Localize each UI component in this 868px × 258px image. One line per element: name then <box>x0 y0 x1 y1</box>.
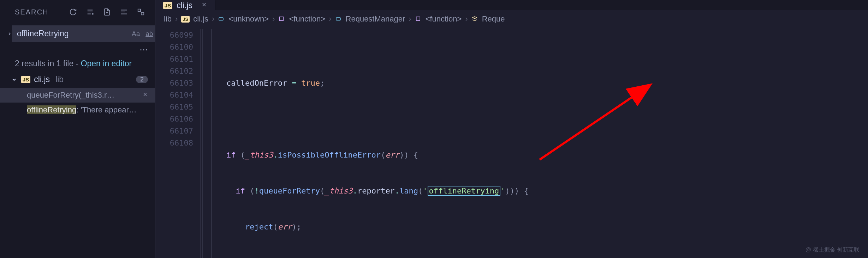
search-result-item[interactable]: offlineRetrying: 'There appear… <box>0 103 155 117</box>
chevron-right-icon: › <box>175 14 178 24</box>
code-token: calledOnError <box>226 79 287 87</box>
code-token: reporter <box>357 186 395 195</box>
dismiss-result-icon[interactable] <box>142 92 148 99</box>
match-word-button[interactable]: ab <box>143 29 156 39</box>
bc-item[interactable]: <function> <box>289 14 325 24</box>
tab-bar: JS cli.js <box>155 0 868 10</box>
code-token: )) { <box>399 150 418 159</box>
bc-item[interactable]: lib <box>164 14 172 24</box>
result-count-badge: 2 <box>136 76 148 83</box>
chevron-right-icon: › <box>329 14 331 24</box>
editor-area: JS cli.js lib › JS cli.js › <unknown> › … <box>155 0 868 258</box>
symbol-icon <box>218 16 225 23</box>
chevron-right-icon: › <box>409 14 411 24</box>
match-case-button[interactable]: Aa <box>129 29 143 39</box>
line-number: 66102 <box>155 65 193 77</box>
chevron-right-icon: › <box>465 14 468 24</box>
code-token: . <box>273 150 278 159</box>
code-token: ' <box>423 186 427 195</box>
tab-cli-js[interactable]: JS cli.js <box>155 0 215 10</box>
line-number: 66108 <box>155 137 193 149</box>
svg-rect-2 <box>219 18 223 20</box>
line-number: 66101 <box>155 53 193 65</box>
code-token: ; <box>320 79 325 87</box>
js-icon: JS <box>163 2 172 9</box>
bc-item[interactable]: Reque <box>482 14 505 24</box>
code-content[interactable]: calledOnError = true; if (_this3.isPossi… <box>201 29 529 258</box>
close-tab-icon[interactable] <box>201 1 207 10</box>
svg-rect-1 <box>141 12 144 15</box>
line-number: 66104 <box>155 89 193 101</box>
code-token: ( <box>273 222 278 231</box>
indent-guide <box>202 29 203 258</box>
line-number: 66106 <box>155 113 193 125</box>
code-token: . <box>395 186 399 195</box>
line-gutter: 6609966100661016610266103661046610566106… <box>155 29 201 258</box>
clear-icon[interactable] <box>84 6 96 18</box>
code-token: ( <box>418 186 423 195</box>
tab-label: cli.js <box>177 1 192 10</box>
view-tree-icon[interactable] <box>118 6 130 18</box>
breadcrumb[interactable]: lib › JS cli.js › <unknown> › <function>… <box>155 10 868 28</box>
expand-search-icon[interactable] <box>7 31 12 36</box>
svg-line-7 <box>540 86 649 160</box>
svg-rect-0 <box>138 9 141 12</box>
svg-rect-4 <box>336 18 340 20</box>
watermark: @ 稀土掘金 创新互联 <box>805 246 860 254</box>
svg-rect-5 <box>416 17 420 21</box>
more-options[interactable]: ⋯ <box>0 43 155 56</box>
results-summary: 2 results in 1 file - Open in editor <box>0 56 155 71</box>
file-name: cli.js <box>34 75 50 84</box>
search-input[interactable] <box>12 25 126 42</box>
code-token: ( <box>250 186 254 195</box>
collapse-icon[interactable] <box>135 6 147 18</box>
code-editor[interactable]: 6609966100661016610266103661046610566106… <box>155 28 868 258</box>
code-token: reject <box>245 222 273 231</box>
refresh-icon[interactable] <box>67 6 79 18</box>
bc-item[interactable]: cli.js <box>193 14 208 24</box>
search-row: Aa ab .* <box>0 23 155 43</box>
code-token: err <box>385 150 399 159</box>
chevron-right-icon: › <box>272 14 275 24</box>
bc-item[interactable]: <unknown> <box>228 14 269 24</box>
code-token: ( <box>320 186 325 195</box>
symbol-icon <box>335 16 342 23</box>
code-token: if <box>236 186 245 195</box>
code-token: true <box>301 79 320 87</box>
open-in-editor-link[interactable]: Open in editor <box>81 59 132 68</box>
result-text: queueForRetry(_this3.r… <box>27 91 114 100</box>
line-number: 66100 <box>155 41 193 53</box>
method-icon <box>471 16 478 23</box>
file-path: lib <box>55 75 64 84</box>
line-number: 66099 <box>155 29 193 41</box>
code-token: ); <box>292 222 301 231</box>
chevron-right-icon: › <box>212 14 214 24</box>
code-token: = <box>292 79 296 87</box>
function-icon <box>278 16 285 23</box>
code-token: ! <box>254 186 259 195</box>
line-number: 66105 <box>155 101 193 113</box>
new-file-icon[interactable] <box>101 6 113 18</box>
result-file-row[interactable]: JS cli.js lib 2 <box>0 71 155 88</box>
js-icon: JS <box>21 76 30 83</box>
search-result-item[interactable]: queueForRetry(_this3.r… <box>0 88 155 103</box>
code-token: ))) { <box>505 186 529 195</box>
code-token: if <box>226 150 236 159</box>
indent-guide <box>211 29 212 258</box>
line-number: 66107 <box>155 125 193 137</box>
chevron-down-icon <box>11 77 18 82</box>
code-token: lang <box>399 186 418 195</box>
code-token: ' <box>500 186 505 195</box>
code-token: ( <box>381 150 385 159</box>
line-number: 66103 <box>155 77 193 89</box>
bc-item[interactable]: RequestManager <box>346 14 405 24</box>
svg-rect-3 <box>280 17 284 21</box>
js-icon: JS <box>181 16 190 23</box>
bc-item[interactable]: <function> <box>426 14 462 24</box>
function-icon <box>415 16 422 23</box>
search-match-highlight: offlineRetrying <box>428 186 501 196</box>
code-token: . <box>353 186 357 195</box>
search-header: SEARCH <box>0 0 155 23</box>
search-sidebar: SEARCH Aa ab .* ⋯ 2 results in 1 file - … <box>0 0 155 258</box>
code-token: isPossibleOfflineError <box>278 150 381 159</box>
